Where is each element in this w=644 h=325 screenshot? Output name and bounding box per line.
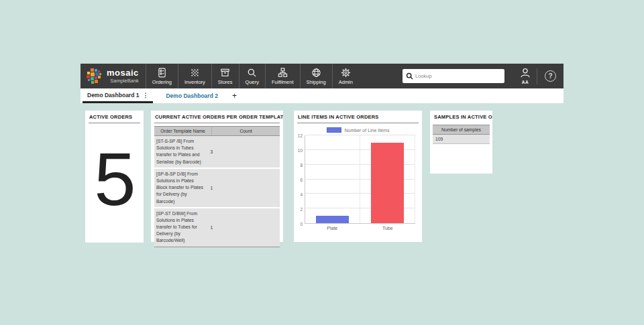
panel-title: CURRENT ACTIVE ORDERS PER ORDER TEMPLATE… <box>151 111 283 123</box>
plus-icon: + <box>232 91 237 101</box>
divider <box>297 123 419 123</box>
brand[interactable]: mosaic SampleBank <box>80 64 146 88</box>
y-tick-label: 10 <box>298 148 303 153</box>
dots-grid-icon <box>190 68 200 78</box>
nav-label: Stores <box>218 79 233 85</box>
nav-stores[interactable]: Stores <box>211 64 239 88</box>
table-header-row: Order Template Name Count <box>154 126 280 136</box>
table-row: [SP-ST D/BW] From Solutions in Plates tr… <box>154 208 280 247</box>
search-icon <box>247 68 257 78</box>
tab-label: Demo Dashboard 2 <box>166 92 217 99</box>
legend-swatch <box>327 127 341 133</box>
orders-template-table: Order Template Name Count [ST-S-SP /B] F… <box>154 126 280 247</box>
nav-label: Fulfilment <box>272 79 294 85</box>
header-divider <box>537 68 537 84</box>
divider <box>154 123 280 123</box>
globe-icon <box>311 68 321 78</box>
tab-demo-dashboard-1[interactable]: Demo Dashboard 1 ⋮ <box>83 88 153 103</box>
nav-label: Inventory <box>184 79 205 85</box>
tab-demo-dashboard-2[interactable]: Demo Dashboard 2 <box>161 88 222 103</box>
nav-label: Ordering <box>152 79 172 85</box>
x-tick-label: Plate <box>305 226 360 231</box>
person-icon <box>519 68 531 80</box>
y-tick-label: 4 <box>300 192 303 197</box>
archive-box-icon <box>220 68 230 78</box>
panel-line-items-chart: LINE ITEMS IN ACTIVE ORDERS Number of Li… <box>294 111 422 242</box>
legend-label: Number of Line Items <box>345 128 390 133</box>
column-header-name: Order Template Name <box>154 127 212 135</box>
chart-band <box>360 135 415 223</box>
table-row: [ST-S-SP /B] From Solutions in Tubes tra… <box>154 136 280 169</box>
nav-shipping[interactable]: Shipping <box>300 64 332 88</box>
divider <box>89 123 140 123</box>
panel-orders-per-template: CURRENT ACTIVE ORDERS PER ORDER TEMPLATE… <box>151 111 283 242</box>
chart-x-axis: PlateTube <box>294 224 422 231</box>
app-header: mosaic SampleBank Ordering Inventory <box>80 64 564 88</box>
y-tick-label: 12 <box>298 133 303 138</box>
panel-active-orders: ACTIVE ORDERS 5 <box>85 111 144 243</box>
active-orders-count: 5 <box>85 142 144 217</box>
panel-title: LINE ITEMS IN ACTIVE ORDERS <box>294 111 422 123</box>
search-icon <box>406 70 413 82</box>
brand-name: mosaic <box>107 68 139 77</box>
tab-menu-icon[interactable]: ⋮ <box>142 92 148 99</box>
column-header-samples: Number of samples <box>433 125 490 135</box>
samples-count: 109 <box>433 135 490 144</box>
y-tick-label: 0 <box>300 222 303 226</box>
column-header-count: Count <box>212 127 280 135</box>
question-mark-icon: ? <box>548 72 552 80</box>
chart-plot <box>305 135 415 224</box>
add-dashboard-button[interactable]: + <box>225 88 244 103</box>
nav-admin[interactable]: Admin <box>332 64 359 88</box>
x-tick-label: Tube <box>360 226 416 231</box>
clipboard-checklist-icon <box>157 68 167 78</box>
nav-query[interactable]: Query <box>239 64 265 88</box>
nav-label: Query <box>246 79 259 85</box>
tab-label: Demo Dashboard 1 <box>87 92 139 99</box>
nav-inventory[interactable]: Inventory <box>178 64 211 88</box>
dashboard-tabbar: Demo Dashboard 1 ⋮ Demo Dashboard 2 + <box>80 88 564 103</box>
table-row: [SP-B-SP D/B] From Solutions in Plates B… <box>154 169 280 208</box>
bar-tube <box>371 143 404 223</box>
nav-ordering[interactable]: Ordering <box>146 64 178 88</box>
y-tick-label: 6 <box>300 178 303 182</box>
bar-plate <box>316 216 349 223</box>
panel-title: SAMPLES IN ACTIVE O... <box>430 111 492 123</box>
gear-icon <box>341 68 351 78</box>
panel-samples: SAMPLES IN ACTIVE O... Number of samples… <box>430 111 492 174</box>
lookup-search[interactable] <box>402 69 504 83</box>
nav-label: Shipping <box>307 79 326 85</box>
mosaic-logo-icon <box>86 68 103 85</box>
samples-table: Number of samples 109 <box>433 125 490 144</box>
chart-legend: Number of Line Items <box>294 127 422 133</box>
nav-label: Admin <box>339 79 353 85</box>
y-tick-label: 8 <box>300 163 303 168</box>
y-tick-label: 2 <box>300 207 303 212</box>
chart-band <box>305 135 360 223</box>
nav-fulfilment[interactable]: Fulfilment <box>265 64 300 88</box>
org-chart-icon <box>278 68 288 78</box>
user-menu[interactable]: AA <box>514 68 537 84</box>
help-button[interactable]: ? <box>545 70 556 82</box>
search-input[interactable] <box>415 73 501 79</box>
chart-y-axis: 024681012 <box>295 135 305 224</box>
panel-title: ACTIVE ORDERS <box>85 111 144 123</box>
brand-subtitle: SampleBank <box>107 78 139 84</box>
user-initials: AA <box>522 80 529 84</box>
